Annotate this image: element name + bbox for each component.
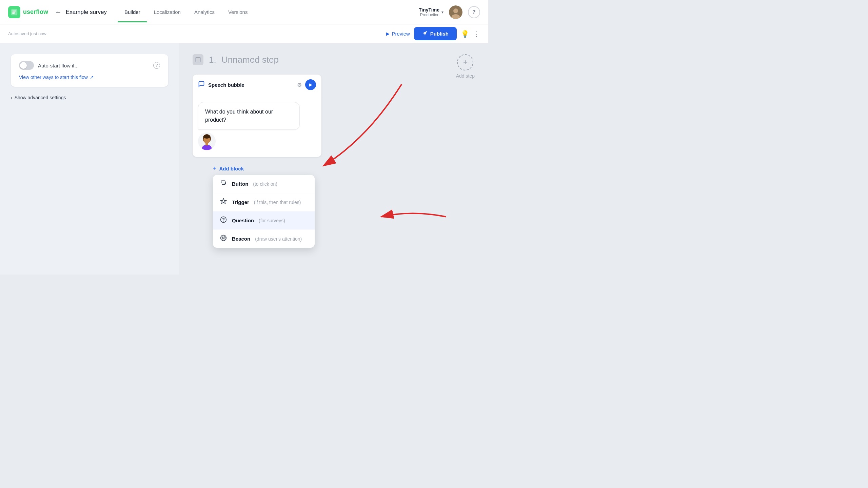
svg-point-11: [222, 184, 223, 185]
button-block-name: Button: [232, 181, 248, 187]
svg-point-13: [224, 184, 225, 185]
auto-start-help-icon[interactable]: ?: [153, 62, 160, 69]
autosaved-status: Autosaved just now: [8, 31, 46, 36]
beacon-block-name: Beacon: [232, 236, 250, 242]
show-advanced-settings[interactable]: › Show advanced settings: [11, 95, 168, 100]
workspace-selector[interactable]: TinyTime Production ▾: [419, 7, 443, 17]
button-block-icon: [220, 180, 227, 188]
tab-analytics[interactable]: Analytics: [188, 2, 221, 22]
view-other-ways-link[interactable]: View other ways to start this flow ↗: [19, 75, 160, 80]
settings-button[interactable]: ⚙: [297, 82, 302, 88]
top-navigation: userflow ← Example survey Builder Locali…: [0, 0, 488, 24]
svg-point-10: [203, 135, 210, 139]
publish-button[interactable]: Publish: [414, 27, 457, 40]
svg-point-15: [223, 221, 224, 221]
logo-text: userflow: [23, 8, 48, 16]
svg-rect-4: [196, 57, 200, 62]
block-dropdown: Button (to click on) Trigger (if this, t…: [213, 175, 315, 248]
external-link-icon: ↗: [90, 75, 94, 80]
chevron-down-icon: ▾: [441, 10, 443, 15]
left-panel: Auto-start flow if... ? View other ways …: [0, 43, 179, 274]
workspace-info: TinyTime Production: [419, 7, 439, 17]
svg-point-17: [221, 236, 225, 240]
preview-button[interactable]: ▶ Preview: [386, 31, 410, 37]
question-block-icon: [220, 216, 227, 225]
send-icon: [422, 30, 428, 37]
speech-bubble-actions: ⚙ ▶: [297, 79, 316, 90]
auto-start-toggle[interactable]: [19, 61, 34, 70]
toolbar: Autosaved just now ▶ Preview Publish 💡 ⋮: [0, 24, 488, 43]
block-item-question[interactable]: Question (for surveys): [213, 211, 315, 230]
svg-point-16: [223, 237, 224, 239]
message-area: What do you think about our product?: [193, 95, 321, 130]
play-button[interactable]: ▶: [305, 79, 316, 90]
beacon-block-icon: [220, 235, 227, 243]
auto-start-label: Auto-start flow if...: [38, 63, 79, 68]
back-button[interactable]: ←: [55, 8, 62, 16]
step-indicator: [193, 54, 203, 65]
auto-start-label-row: Auto-start flow if...: [19, 61, 79, 70]
avatar-row: [193, 130, 321, 157]
chevron-right-icon: ›: [11, 95, 13, 100]
button-block-desc: (to click on): [253, 181, 277, 187]
question-block-desc: (for surveys): [259, 218, 285, 223]
svg-point-2: [453, 8, 458, 13]
logo[interactable]: userflow: [8, 6, 48, 18]
main-layout: Auto-start flow if... ? View other ways …: [0, 43, 488, 274]
center-panel: + Add step 1. Unnamed step: [179, 43, 488, 274]
nav-right: TinyTime Production ▾ ?: [419, 5, 480, 19]
tab-builder[interactable]: Builder: [118, 2, 147, 22]
block-item-beacon[interactable]: Beacon (draw user's attention): [213, 230, 315, 248]
trigger-block-name: Trigger: [232, 199, 249, 205]
block-item-button[interactable]: Button (to click on): [213, 175, 315, 193]
beacon-block-desc: (draw user's attention): [255, 236, 302, 242]
step-title: 1. Unnamed step: [209, 55, 279, 65]
question-block-name: Question: [232, 218, 254, 223]
bulb-button[interactable]: 💡: [461, 30, 469, 38]
more-options-button[interactable]: ⋮: [473, 30, 480, 38]
trigger-block-icon: [220, 198, 227, 206]
workspace-name: TinyTime: [419, 7, 439, 13]
tab-localization[interactable]: Localization: [147, 2, 188, 22]
bubble-message: What do you think about our product?: [198, 102, 300, 130]
toolbar-right: ▶ Preview Publish 💡 ⋮: [386, 27, 480, 40]
add-block-button[interactable]: + Add block: [213, 165, 244, 172]
plus-icon: +: [213, 165, 217, 172]
person-avatar: [198, 133, 216, 150]
block-item-trigger[interactable]: Trigger (if this, then that rules): [213, 193, 315, 211]
speech-bubble-header: Speech bubble ⚙ ▶: [193, 75, 321, 95]
help-button[interactable]: ?: [468, 6, 480, 18]
speech-bubble-card: Speech bubble ⚙ ▶ What do you think abou…: [193, 75, 321, 157]
speech-bubble-label: Speech bubble: [208, 82, 244, 88]
survey-title: Example survey: [66, 9, 107, 16]
auto-start-card: Auto-start flow if... ? View other ways …: [11, 54, 168, 87]
nav-tabs: Builder Localization Analytics Versions: [118, 2, 255, 22]
avatar[interactable]: [449, 5, 462, 19]
svg-rect-9: [205, 143, 208, 145]
auto-start-row: Auto-start flow if... ?: [19, 61, 160, 70]
add-step-button[interactable]: +: [457, 54, 473, 70]
tab-versions[interactable]: Versions: [221, 2, 255, 22]
step-header: 1. Unnamed step: [193, 54, 475, 65]
toggle-knob: [20, 62, 27, 69]
add-step-area: + Add step: [456, 54, 475, 79]
logo-icon: [8, 6, 20, 18]
workspace-env: Production: [419, 13, 439, 17]
speech-bubble-icon: [198, 81, 205, 89]
add-step-label: Add step: [456, 73, 475, 79]
speech-bubble-title-row: Speech bubble: [198, 81, 244, 89]
trigger-block-desc: (if this, then that rules): [254, 200, 301, 205]
svg-point-12: [223, 184, 224, 185]
play-icon: ▶: [386, 31, 390, 36]
